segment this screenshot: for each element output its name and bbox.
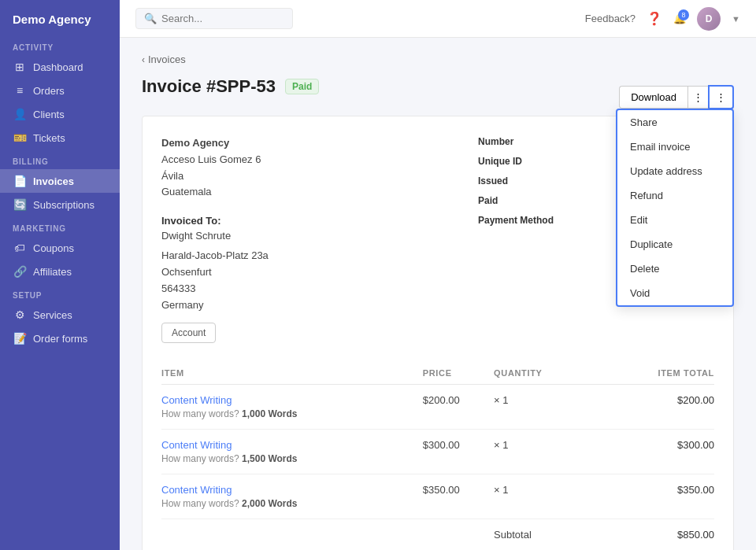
clients-icon: 👤 (13, 108, 27, 120)
item-price-0: $200.00 (423, 385, 494, 430)
field-payment-method-label: Payment Method (478, 215, 580, 226)
sidebar-item-invoices-label: Invoices (33, 175, 74, 187)
from-country: Guatemala (161, 184, 269, 201)
sidebar-item-dashboard[interactable]: ⊞ Dashboard (0, 55, 120, 79)
item-total-1: $300.00 (587, 430, 714, 474)
invoice-from: Demo Agency Acceso Luis Gomez 6 Ávila Gu… (161, 135, 269, 201)
avatar[interactable]: D (697, 7, 721, 31)
app-title: Demo Agency (0, 0, 120, 35)
section-billing: Billing (0, 149, 120, 169)
dropdown-menu: Share Email invoice Update address Refun… (616, 109, 734, 307)
subtotal-value: $850.00 (587, 519, 714, 550)
dashboard-icon: ⊞ (13, 61, 27, 73)
search-input[interactable] (161, 13, 287, 24)
menu-item-void[interactable]: Void (617, 281, 732, 305)
sidebar-item-invoices[interactable]: 📄 Invoices (0, 169, 120, 193)
menu-item-email-invoice[interactable]: Email invoice (617, 135, 732, 159)
table-row: Content Writing How many words? 1,000 Wo… (161, 385, 714, 430)
col-price: Price (423, 362, 494, 385)
sidebar-item-affiliates[interactable]: 🔗 Affiliates (0, 260, 120, 283)
sidebar-item-subscriptions-label: Subscriptions (33, 199, 94, 211)
field-paid-label: Paid (478, 195, 580, 206)
invoice-to: Invoiced To: Dwight Schrute Harald-Jacob… (161, 215, 269, 343)
more-options-button[interactable]: ⋮ (708, 85, 734, 109)
col-item-total: Item Total (587, 362, 714, 385)
sidebar-item-coupons-label: Coupons (33, 242, 74, 254)
from-address1: Acceso Luis Gomez 6 (161, 152, 269, 168)
item-price-1: $300.00 (423, 430, 494, 474)
col-item: Item (161, 362, 423, 385)
menu-item-update-address[interactable]: Update address (617, 159, 732, 183)
sidebar-item-affiliates-label: Affiliates (33, 266, 72, 278)
main-area: 🔍 Feedback? ❓ 🔔 8 D ▼ ‹ Invoices Invoice… (120, 0, 756, 550)
item-desc-1: How many words? 1,500 Words (161, 453, 298, 464)
sidebar-item-orders[interactable]: ≡ Orders (0, 79, 120, 102)
invoice-table: Item Price Quantity Item Total Content W… (161, 362, 714, 550)
field-number-label: Number (478, 136, 580, 147)
order-forms-icon: 📝 (13, 332, 27, 345)
coupons-icon: 🏷 (13, 242, 27, 254)
item-total-0: $200.00 (587, 385, 714, 430)
item-desc-0: How many words? 1,000 Words (161, 408, 298, 419)
section-marketing: Marketing (0, 216, 120, 236)
item-name-cell: Content Writing How many words? 1,000 Wo… (161, 385, 423, 430)
sidebar-item-clients[interactable]: 👤 Clients (0, 102, 120, 126)
item-qty-2: × 1 (494, 474, 587, 519)
status-badge: Paid (285, 79, 319, 94)
section-activity: Activity (0, 35, 120, 55)
menu-item-share[interactable]: Share (617, 110, 732, 135)
field-issued-label: Issued (478, 175, 580, 186)
item-qty-1: × 1 (494, 430, 587, 474)
sidebar-item-orders-label: Orders (33, 85, 65, 97)
from-city: Ávila (161, 168, 269, 185)
menu-item-delete[interactable]: Delete (617, 257, 732, 281)
download-button[interactable]: Download (619, 86, 687, 109)
field-unique-id-label: Unique ID (478, 156, 580, 167)
sidebar-item-order-forms[interactable]: 📝 Order forms (0, 327, 120, 350)
table-row: Content Writing How many words? 2,000 Wo… (161, 474, 714, 519)
feedback-label[interactable]: Feedback? (585, 13, 636, 24)
tickets-icon: 🎫 (13, 131, 27, 144)
item-qty-0: × 1 (494, 385, 587, 430)
sidebar-item-clients-label: Clients (33, 109, 65, 120)
item-name-cell: Content Writing How many words? 2,000 Wo… (161, 474, 423, 519)
invoice-to-label: Invoiced To: (161, 215, 269, 227)
sidebar-item-tickets-label: Tickets (33, 132, 65, 144)
search-box[interactable]: 🔍 (135, 8, 293, 29)
menu-item-edit[interactable]: Edit (617, 208, 732, 232)
topbar: 🔍 Feedback? ❓ 🔔 8 D ▼ (120, 0, 756, 38)
item-name-link-2[interactable]: Content Writing (161, 484, 423, 496)
item-name-link-1[interactable]: Content Writing (161, 439, 423, 451)
subtotal-label: Subtotal (494, 519, 587, 550)
sidebar-item-services-label: Services (33, 309, 72, 321)
item-name-link-0[interactable]: Content Writing (161, 394, 423, 406)
orders-icon: ≡ (13, 84, 27, 97)
notifications-bell[interactable]: 🔔 8 (673, 13, 686, 24)
help-icon[interactable]: ❓ (647, 11, 662, 26)
download-split-icon[interactable]: ⋮ (687, 86, 708, 109)
menu-item-refund[interactable]: Refund (617, 183, 732, 208)
sidebar-item-services[interactable]: ⚙ Services (0, 303, 120, 327)
invoice-title: Invoice #SPP-53 (142, 76, 276, 97)
subtotal-row: Subtotal $850.00 (161, 519, 714, 550)
table-row: Content Writing How many words? 1,500 Wo… (161, 430, 714, 474)
menu-item-duplicate[interactable]: Duplicate (617, 232, 732, 257)
breadcrumb-chevron-icon: ‹ (142, 54, 145, 65)
item-desc-2: How many words? 2,000 Words (161, 498, 298, 509)
sidebar-item-coupons[interactable]: 🏷 Coupons (0, 236, 120, 260)
breadcrumb-label: Invoices (148, 54, 186, 65)
services-icon: ⚙ (13, 308, 27, 321)
sidebar-item-subscriptions[interactable]: 🔄 Subscriptions (0, 193, 120, 216)
avatar-chevron-icon[interactable]: ▼ (732, 14, 740, 24)
invoice-from-to: Demo Agency Acceso Luis Gomez 6 Ávila Gu… (161, 135, 269, 343)
breadcrumb[interactable]: ‹ Invoices (142, 54, 734, 65)
to-city: Ochsenfurt (161, 264, 269, 281)
affiliates-icon: 🔗 (13, 265, 27, 278)
account-button[interactable]: Account (161, 323, 216, 343)
search-icon: 🔍 (144, 13, 157, 24)
download-area: Download ⋮ ⋮ (619, 85, 734, 109)
sidebar: Demo Agency Activity ⊞ Dashboard ≡ Order… (0, 0, 120, 550)
to-country: Germany (161, 297, 269, 314)
sidebar-item-tickets[interactable]: 🎫 Tickets (0, 126, 120, 149)
to-address1: Harald-Jacob-Platz 23a (161, 248, 269, 264)
